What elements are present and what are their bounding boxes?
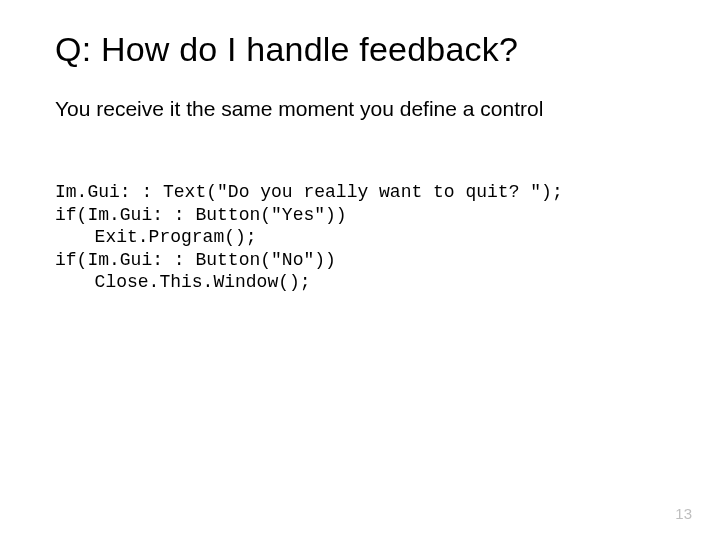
slide: Q: How do I handle feedback? You receive… — [0, 0, 720, 540]
slide-title: Q: How do I handle feedback? — [55, 30, 665, 69]
code-block: Im.Gui: : Text("Do you really want to qu… — [55, 181, 665, 294]
code-line-3: Exit.Program(); — [95, 227, 257, 247]
code-line-1: Im.Gui: : Text("Do you really want to qu… — [55, 182, 563, 202]
code-line-4: if(Im.Gui: : Button("No")) — [55, 250, 336, 270]
code-line-5: Close.This.Window(); — [95, 272, 311, 292]
code-line-2: if(Im.Gui: : Button("Yes")) — [55, 205, 347, 225]
page-number: 13 — [675, 505, 692, 522]
slide-subtitle: You receive it the same moment you defin… — [55, 97, 665, 121]
